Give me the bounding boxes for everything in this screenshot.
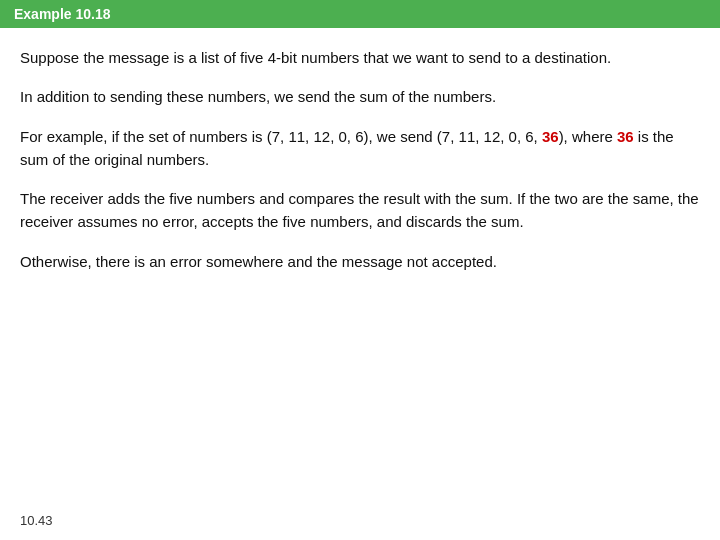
paragraph-3-red-1: 36 [542, 128, 559, 145]
paragraph-2: In addition to sending these numbers, we… [20, 85, 700, 108]
paragraph-1: Suppose the message is a list of five 4-… [20, 46, 700, 69]
paragraph-5: Otherwise, there is an error somewhere a… [20, 250, 700, 273]
paragraph-3-red-2: 36 [617, 128, 634, 145]
footer-label: 10.43 [20, 513, 53, 528]
paragraph-1-text: Suppose the message is a list of five 4-… [20, 49, 611, 66]
paragraph-3-part-1: For example, if the set of numbers is (7… [20, 128, 542, 145]
header-title: Example 10.18 [14, 6, 111, 22]
paragraph-5-text: Otherwise, there is an error somewhere a… [20, 253, 497, 270]
slide-footer: 10.43 [20, 513, 53, 528]
paragraph-3-part-2: ), where [559, 128, 617, 145]
paragraph-3: For example, if the set of numbers is (7… [20, 125, 700, 172]
paragraph-4-text: The receiver adds the five numbers and c… [20, 190, 699, 230]
slide-content: Suppose the message is a list of five 4-… [0, 28, 720, 299]
slide-header: Example 10.18 [0, 0, 720, 28]
paragraph-4: The receiver adds the five numbers and c… [20, 187, 700, 234]
paragraph-2-text: In addition to sending these numbers, we… [20, 88, 496, 105]
